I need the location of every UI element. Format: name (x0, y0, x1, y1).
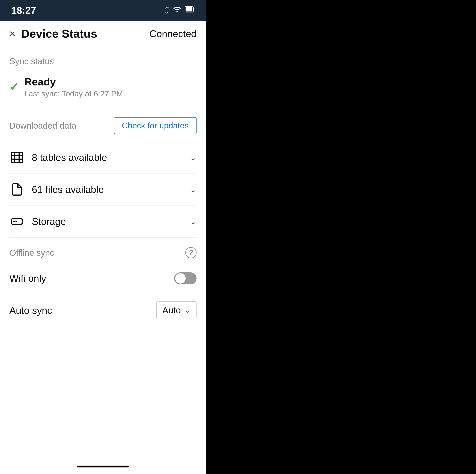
files-label: 61 files available (32, 184, 104, 195)
svg-rect-2 (186, 7, 192, 11)
check-icon: ✓ (9, 82, 19, 93)
sync-status-row: ✓ Ready Last sync: Today at 6:27 PM (9, 72, 197, 108)
toggle-knob (175, 273, 186, 284)
file-icon (9, 182, 24, 197)
storage-icon (9, 214, 24, 229)
svg-rect-3 (11, 152, 22, 163)
auto-sync-dropdown[interactable]: Auto ⌄ (156, 301, 197, 319)
storage-row[interactable]: Storage ⌄ (9, 205, 197, 237)
status-time: 18:27 (11, 5, 36, 16)
home-bar (77, 466, 129, 467)
check-updates-button[interactable]: Check for updates (114, 117, 197, 134)
signal-icon: ℐ (165, 6, 169, 15)
header-left: × Device Status (9, 27, 97, 40)
auto-sync-row: Auto sync Auto ⌄ (9, 293, 197, 328)
right-panel (206, 0, 476, 474)
sync-status-title: Sync status (9, 56, 197, 66)
offline-sync-title: Offline sync (9, 248, 54, 258)
offline-sync-section: Offline sync ? Wifi only Auto sync Auto … (0, 237, 206, 328)
wifi-only-label: Wifi only (9, 273, 46, 284)
sync-ready-label: Ready (24, 76, 123, 88)
wifi-only-toggle[interactable] (174, 272, 197, 284)
header: × Device Status Connected (0, 21, 206, 47)
status-bar: 18:27 ℐ (0, 0, 206, 21)
phone-panel: 18:27 ℐ × Device Status Connected (0, 0, 206, 474)
table-icon (9, 150, 24, 165)
page-title: Device Status (21, 27, 97, 40)
battery-icon (185, 5, 195, 15)
help-icon[interactable]: ? (185, 247, 197, 258)
sync-info: Ready Last sync: Today at 6:27 PM (24, 76, 123, 98)
content: Sync status ✓ Ready Last sync: Today at … (0, 47, 206, 459)
sync-status-section: Sync status ✓ Ready Last sync: Today at … (0, 47, 206, 108)
downloaded-data-title: Downloaded data (9, 120, 76, 131)
home-indicator (0, 459, 206, 474)
storage-chevron-icon: ⌄ (190, 217, 197, 226)
downloaded-data-header: Downloaded data Check for updates (9, 117, 197, 134)
wifi-icon (173, 5, 181, 15)
auto-sync-label: Auto sync (9, 305, 52, 316)
wifi-only-row: Wifi only (9, 264, 197, 293)
dropdown-arrow-icon: ⌄ (185, 306, 190, 315)
files-row[interactable]: 61 files available ⌄ (9, 173, 197, 205)
tables-label: 8 tables available (32, 152, 107, 163)
storage-label: Storage (32, 216, 66, 227)
svg-rect-1 (193, 8, 194, 11)
downloaded-data-section: Downloaded data Check for updates (0, 108, 206, 237)
tables-row-left: 8 tables available (9, 150, 107, 165)
tables-chevron-icon: ⌄ (190, 153, 197, 162)
files-chevron-icon: ⌄ (190, 185, 197, 194)
storage-row-left: Storage (9, 214, 66, 229)
tables-row[interactable]: 8 tables available ⌄ (9, 141, 197, 173)
offline-sync-header: Offline sync ? (9, 247, 197, 258)
last-sync-label: Last sync: Today at 6:27 PM (24, 89, 123, 98)
connection-status: Connected (149, 28, 197, 39)
status-icons: ℐ (165, 5, 195, 15)
files-row-left: 61 files available (9, 182, 104, 197)
auto-sync-value: Auto (162, 305, 181, 315)
svg-point-9 (13, 221, 15, 222)
svg-point-10 (16, 221, 17, 222)
close-button[interactable]: × (9, 29, 16, 39)
